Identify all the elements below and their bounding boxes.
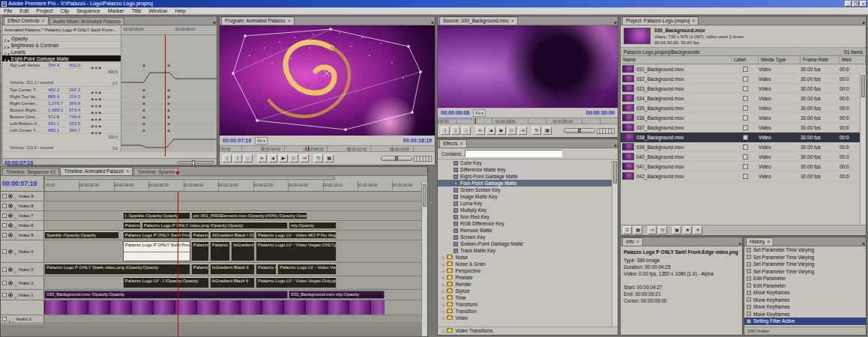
track-toggle[interactable] [2, 281, 7, 285]
effect-list-item[interactable]: Sixteen-Point Garbage Matte [438, 240, 618, 247]
timeline-clip[interactable]: Palazzo Logo LV - V [256, 264, 277, 275]
project-scrollbar[interactable] [860, 73, 866, 225]
play-button[interactable] [497, 127, 506, 135]
effect-list-item[interactable]: Render [438, 281, 618, 288]
label-swatch[interactable] [743, 135, 748, 140]
keyframe-lane[interactable] [121, 49, 217, 55]
expand-triangle-icon[interactable] [442, 309, 444, 314]
project-row[interactable]: 038_Background.mov Video 30.00 fps 00:0 [621, 133, 866, 142]
project-row[interactable]: 036_Background.mov Video 30.00 fps 00:0 [621, 113, 866, 123]
track-toggle[interactable] [2, 204, 7, 208]
timeline-clip[interactable]: Palazzo Logo LV - Video Vegas ONLY.pn [277, 264, 337, 275]
expand-triangle-icon[interactable] [12, 315, 14, 323]
tab-effects[interactable]: Effects [439, 139, 467, 148]
expand-triangle-icon[interactable] [442, 328, 444, 333]
track-content[interactable] [44, 300, 427, 315]
value-y[interactable]: 302.0 [69, 63, 88, 67]
expand-triangle-icon[interactable] [442, 302, 444, 307]
marker-button[interactable] [244, 154, 253, 163]
effect-row[interactable]: Opacity [2, 35, 217, 42]
effect-list-item[interactable]: Green Screen Key [438, 186, 618, 193]
jog-wheel[interactable] [597, 128, 615, 134]
property-row[interactable]: Right Top Ve... 885.4 224.3 [2, 94, 217, 100]
track-header-video-4[interactable]: Video 4 [1, 240, 44, 262]
menu-item[interactable]: Sequence [73, 7, 104, 14]
source-video-frame[interactable] [438, 25, 618, 108]
track-header-video-2[interactable]: Video 2 [1, 276, 44, 289]
keyframe-icon[interactable] [167, 101, 170, 106]
label-swatch[interactable] [743, 174, 748, 179]
keyframe-icon[interactable] [142, 128, 145, 133]
preview-thumbnail[interactable] [624, 28, 651, 44]
effect-list-item[interactable]: Video [438, 315, 618, 321]
close-icon[interactable] [460, 140, 463, 148]
track-content[interactable]: I: Sparkle /Opacity:Opacityprc 051_PRDEl… [44, 211, 427, 220]
track-header-video-6[interactable]: Video 6 [1, 221, 44, 230]
track-toggle[interactable] [2, 249, 7, 254]
effect-list-item[interactable]: Track Matte Key [438, 247, 618, 254]
value-x[interactable]: 1,089.0 [48, 108, 67, 112]
keyframe-icon[interactable] [167, 88, 170, 92]
label-swatch[interactable] [743, 154, 748, 160]
expand-triangle-icon[interactable] [14, 245, 16, 258]
shuttle-slider[interactable] [381, 156, 412, 161]
expand-triangle-icon[interactable] [442, 315, 444, 321]
keyframe-icon[interactable] [167, 121, 170, 126]
panel-menu-icon[interactable] [861, 240, 865, 246]
effect-list-item[interactable]: Color Key [438, 160, 618, 166]
tab-timeline-sequence-01[interactable]: Timeline: Sequence 01 [2, 168, 59, 175]
value-x[interactable]: 394.4 [48, 63, 67, 67]
project-row[interactable]: 042_Background.mov Video 30.00 fps 00:0 [621, 171, 866, 181]
program-video-frame[interactable] [220, 25, 435, 136]
list-view-button[interactable] [623, 226, 632, 234]
effect-list-item[interactable]: Remove Matte [438, 227, 618, 234]
tab-effect-controls[interactable]: Effect Controls [4, 16, 49, 25]
value-x[interactable]: 885.4 [48, 94, 67, 99]
value-y[interactable]: 256.3 [69, 88, 88, 92]
value-x[interactable]: 880.1 [48, 128, 67, 133]
effects-scrollbar[interactable] [612, 160, 618, 327]
label-swatch[interactable] [743, 96, 748, 101]
column-name[interactable]: Name [621, 56, 732, 64]
source-playhead[interactable] [475, 118, 476, 124]
value-x[interactable]: 1,079.7 [48, 101, 67, 106]
ec-mini-ruler[interactable]: 00:00:06:00 00:00:08:00 [121, 25, 217, 34]
track-header-filmstrip[interactable] [1, 300, 44, 315]
timeline-clip[interactable]: Palazzo Logo P ONLY Swirl Front-Edge vid [123, 231, 190, 239]
zoom-level-dropdown[interactable]: Fit [255, 137, 268, 145]
timeline-clip[interactable]: Palazzo Logo P ONLY video.png /Opacity:O… [142, 222, 288, 229]
zoom-slider[interactable] [177, 161, 214, 164]
loop-button[interactable] [532, 127, 541, 135]
keyframe-icon[interactable] [142, 63, 145, 67]
close-icon[interactable] [288, 17, 291, 25]
video1-filmstrip[interactable] [44, 300, 385, 315]
effect-list-item[interactable]: RGB Difference Key [438, 220, 618, 227]
track-header-video-9[interactable]: Video 9 [1, 192, 44, 201]
close-icon[interactable] [126, 168, 129, 175]
effect-row[interactable]: Brightness & Contrast [2, 42, 217, 49]
timeline-clip[interactable]: 030_Background.mov xity:Opacity [289, 291, 385, 299]
effect-list-item[interactable]: Image Matte Key [438, 193, 618, 200]
menu-item[interactable]: Help [171, 7, 189, 14]
property-row[interactable]: Bottom Cent... 372.8 749.4 [2, 114, 217, 121]
set-out-button[interactable] [451, 127, 460, 135]
step-back-button[interactable] [268, 154, 277, 163]
close-icon[interactable] [636, 238, 639, 246]
effects-search-input[interactable] [465, 150, 562, 157]
label-swatch[interactable] [743, 106, 748, 111]
marker-button[interactable] [462, 127, 471, 135]
garbage-matte-overlay[interactable] [220, 25, 435, 136]
effect-row[interactable]: Eight-Point Garbage Matte [2, 55, 217, 62]
column-label[interactable]: Label [732, 56, 759, 64]
expand-triangle-icon[interactable] [14, 263, 16, 276]
menu-item[interactable]: Window [145, 7, 171, 14]
tab-program[interactable]: Program: Animated Palazzo [221, 16, 295, 25]
timeline-clip[interactable]: Palazzo Logo LV - Video Vegas Only.png x… [256, 277, 337, 288]
expand-triangle-icon[interactable] [442, 288, 444, 294]
column-frame-rate[interactable]: Frame Rate [801, 56, 840, 64]
history-item[interactable]: Set Parameter Time Varying [744, 268, 866, 276]
label-swatch[interactable] [743, 145, 748, 150]
expand-triangle-icon[interactable] [442, 268, 444, 273]
value-y[interactable]: 224.3 [69, 94, 88, 99]
track-content[interactable]: 030_Background.mov /Opacity:Opacity030_B… [44, 290, 427, 300]
